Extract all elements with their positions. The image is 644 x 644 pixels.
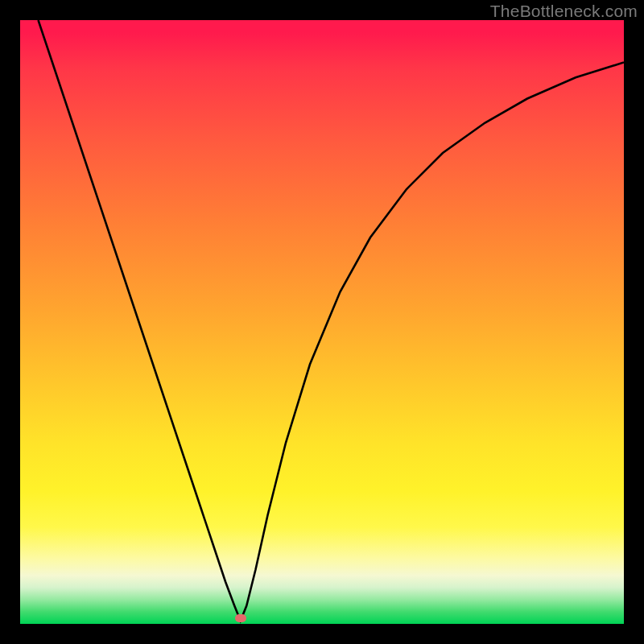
watermark-text: TheBottleneck.com [490, 2, 638, 21]
chart-frame: TheBottleneck.com [0, 0, 644, 644]
bottleneck-curve [20, 20, 624, 624]
optimum-marker [235, 614, 246, 622]
plot-area [20, 20, 624, 624]
curve-path [39, 20, 625, 621]
